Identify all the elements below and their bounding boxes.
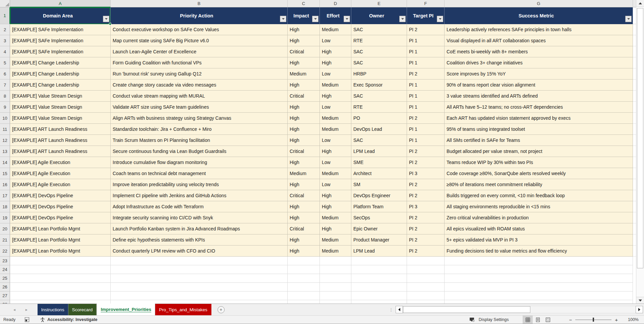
cell[interactable]: LPM Lead [351, 146, 407, 157]
empty-cell[interactable] [445, 274, 633, 283]
cell[interactable]: Medium [320, 168, 351, 179]
cell[interactable]: Launch Portfolio Kanban system in Jira A… [111, 223, 288, 234]
scroll-left-button[interactable] [396, 306, 403, 313]
cell[interactable]: [EXAMPLE] Change Leadership [10, 68, 111, 79]
column-header-g[interactable]: Success Metric [445, 7, 633, 24]
tab-splitter-grip-icon[interactable]: ⋮ [389, 307, 393, 312]
cell[interactable]: Visual displayed in all ART collaboratio… [445, 35, 633, 46]
cell[interactable]: PI 1 [407, 79, 445, 91]
cell[interactable]: HRBP [351, 68, 407, 79]
empty-cell[interactable] [320, 257, 351, 265]
cell[interactable]: Medium [320, 113, 351, 124]
cell[interactable]: PI 1 [407, 124, 445, 135]
cell[interactable]: PI 2 [407, 179, 445, 190]
cell[interactable]: Architect [351, 168, 407, 179]
cell[interactable]: Improve iteration predictability using v… [111, 179, 288, 190]
cell[interactable]: PI 2 [407, 113, 445, 124]
cell[interactable]: SM [351, 179, 407, 190]
empty-cell[interactable] [320, 300, 351, 304]
empty-cell[interactable] [351, 257, 407, 265]
cell[interactable]: Medium [288, 68, 320, 79]
empty-cell[interactable] [288, 274, 320, 283]
cell[interactable]: [EXAMPLE] Agile Execution [10, 157, 111, 168]
cell[interactable]: PO [351, 113, 407, 124]
filter-dropdown-button[interactable] [625, 16, 632, 22]
vertical-scrollbar[interactable] [636, 0, 644, 304]
cell[interactable]: PI 3 [407, 168, 445, 179]
selection-fill-handle[interactable] [109, 23, 111, 25]
cell[interactable]: All epics visualized with ROAM status [445, 223, 633, 234]
cell[interactable]: PI 2 [407, 24, 445, 35]
empty-cell[interactable] [320, 291, 351, 300]
cell[interactable]: [EXAMPLE] Value Stream Design [10, 91, 111, 102]
empty-cell[interactable] [320, 265, 351, 274]
column-letter-F[interactable]: F [407, 0, 445, 7]
empty-cell[interactable] [10, 265, 111, 274]
sheet-tab-instructions[interactable]: Instructions [38, 304, 68, 315]
cell[interactable]: High [288, 35, 320, 46]
cell[interactable]: Builds triggered on every commit, <10 mi… [445, 190, 633, 201]
cell[interactable]: Integrate security scanning into CI/CD w… [111, 212, 288, 223]
cell[interactable]: High [320, 146, 351, 157]
cell[interactable]: Epic Owner [351, 223, 407, 234]
page-layout-view-button[interactable] [533, 316, 543, 324]
empty-cell[interactable] [351, 283, 407, 291]
cell[interactable]: High [288, 246, 320, 257]
cell[interactable]: Conduct value stream mapping with MURAL [111, 91, 288, 102]
cell[interactable]: [EXAMPLE] Value Stream Design [10, 102, 111, 113]
empty-cell[interactable] [111, 257, 288, 265]
empty-cell[interactable] [111, 291, 288, 300]
cell[interactable]: Validate ART size using SAFe team guidel… [111, 102, 288, 113]
cell[interactable]: High [288, 113, 320, 124]
cell[interactable]: PI 1 [407, 35, 445, 46]
filter-dropdown-button[interactable] [437, 16, 443, 22]
row-header-21[interactable]: 21 [0, 234, 10, 246]
filter-dropdown-button[interactable] [312, 16, 318, 22]
zoom-out-button[interactable]: − [569, 317, 572, 323]
cell[interactable]: [EXAMPLE] SAFe Implementation [10, 35, 111, 46]
display-settings-button[interactable]: Display Settings [469, 317, 509, 322]
row-header-22[interactable]: 22 [0, 246, 10, 257]
empty-cell[interactable] [10, 291, 111, 300]
cell[interactable]: PI 2 [407, 190, 445, 201]
column-letter-D[interactable]: D [320, 0, 351, 7]
zoom-in-button[interactable]: + [615, 317, 618, 323]
cell[interactable]: Standardize toolchain: Jira + Confluence… [111, 124, 288, 135]
cell[interactable]: SAC [351, 135, 407, 146]
row-header-16[interactable]: 16 [0, 179, 10, 190]
cell[interactable]: High [288, 179, 320, 190]
cell[interactable]: [EXAMPLE] Change Leadership [10, 79, 111, 91]
cell[interactable]: Code coverage ≥80%, SonarQube alerts res… [445, 168, 633, 179]
cell[interactable]: Product Manager [351, 234, 407, 246]
row-header-17[interactable]: 17 [0, 190, 10, 201]
cell[interactable]: [EXAMPLE] DevOps Pipeline [10, 190, 111, 201]
cell[interactable]: Align ARTs with business strategy using … [111, 113, 288, 124]
empty-cell[interactable] [10, 300, 111, 304]
cell[interactable]: Low [320, 157, 351, 168]
empty-cell[interactable] [351, 300, 407, 304]
cell[interactable]: Low [320, 135, 351, 146]
empty-cell[interactable] [111, 300, 288, 304]
row-header-13[interactable]: 13 [0, 146, 10, 157]
cell[interactable]: [EXAMPLE] Agile Execution [10, 168, 111, 179]
cell[interactable]: All SMs certified in SAFe for Teams [445, 135, 633, 146]
empty-cell[interactable] [445, 291, 633, 300]
cell[interactable]: Low [320, 179, 351, 190]
cell[interactable]: PI 2 [407, 212, 445, 223]
row-header-5[interactable]: 5 [0, 57, 10, 68]
empty-cell[interactable] [10, 257, 111, 265]
sheet-tab-improvement_priorities[interactable]: Improvement_Priorities [97, 304, 155, 315]
cell[interactable]: DevOps Lead [351, 124, 407, 135]
cell[interactable]: High [288, 157, 320, 168]
cell[interactable]: Low [320, 68, 351, 79]
row-header-9[interactable]: 9 [0, 102, 10, 113]
row-header-20[interactable]: 20 [0, 223, 10, 234]
row-header-8[interactable]: 8 [0, 91, 10, 102]
empty-cell[interactable] [407, 291, 445, 300]
scroll-up-button[interactable] [636, 0, 644, 7]
row-header-14[interactable]: 14 [0, 157, 10, 168]
empty-cell[interactable] [445, 265, 633, 274]
row-header-27[interactable]: 27 [0, 291, 10, 300]
cell[interactable]: Zero critical vulnerabilities in product… [445, 212, 633, 223]
column-letter-C[interactable]: C [288, 0, 320, 7]
